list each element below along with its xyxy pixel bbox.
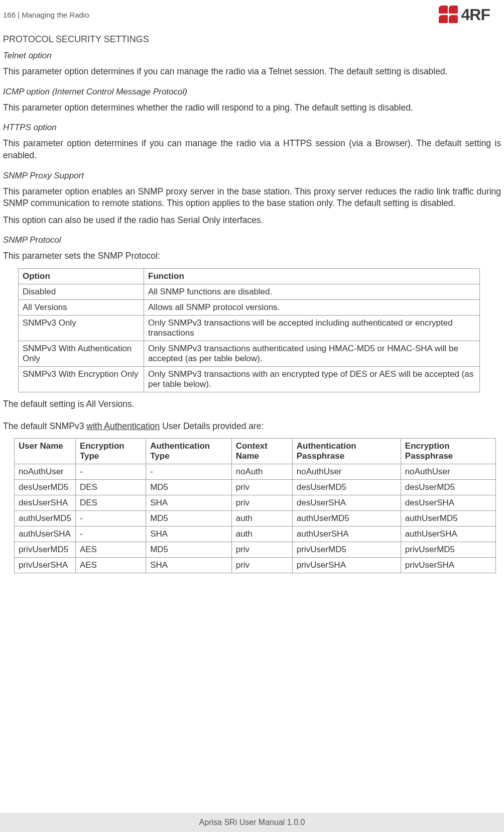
brand-logo: 4RF: [438, 5, 490, 24]
table-row: privUserMD5AESMD5privprivUserMD5privUser…: [15, 542, 496, 558]
table-row: SNMPv3 OnlyOnly SNMPv3 transactions will…: [19, 316, 480, 341]
snmp-protocol-heading: SNMP Protocol: [3, 235, 501, 245]
th-function: Function: [144, 269, 480, 284]
intro-post: User Details provided are:: [160, 421, 264, 431]
td-function: Allows all SNMP protocol versions.: [144, 300, 480, 316]
table-row: SNMPv3 With Authentication OnlyOnly SNMP…: [19, 341, 480, 367]
td-function: Only SNMPv3 transactions authenticated u…: [144, 341, 480, 367]
intro-link: with Authentication: [86, 421, 160, 431]
td-function: Only SNMPv3 transactions will be accepte…: [144, 316, 480, 341]
td-option: All Versions: [19, 300, 144, 316]
telnet-heading: Telnet option: [3, 51, 501, 61]
header-left: 166 | Managing the Radio: [3, 11, 89, 19]
table-row: desUserSHADESSHAprivdesUserSHAdesUserSHA: [15, 495, 496, 511]
page-content: PROTOCOL SECURITY SETTINGS Telnet option…: [0, 25, 504, 573]
telnet-text: This parameter option determines if you …: [3, 66, 501, 78]
td-function: Only SNMPv3 transactions with an encrypt…: [144, 367, 480, 392]
snmp-proxy-text2: This option can also be used if the radi…: [3, 215, 501, 227]
logo-text: 4RF: [461, 6, 490, 24]
https-heading: HTTPS option: [3, 123, 501, 133]
th-context: Context Name: [231, 439, 292, 464]
th-auth-pass: Authentication Passphrase: [292, 439, 401, 464]
table-row: DisabledAll SNMP functions are disabled.: [19, 284, 480, 300]
user-details-table: User Name Encryption Type Authentication…: [14, 438, 496, 573]
logo-icon: [438, 5, 459, 24]
th-username: User Name: [15, 439, 76, 464]
table-header-row: User Name Encryption Type Authentication…: [15, 439, 496, 464]
td-option: SNMPv3 With Encryption Only: [19, 367, 144, 392]
table-row: noAuthUser--noAuthnoAuthUsernoAuthUser: [15, 464, 496, 480]
snmp-proxy-text1: This parameter option enables an SNMP pr…: [3, 186, 501, 210]
page-footer: Aprisa SRi User Manual 1.0.0: [0, 813, 504, 832]
th-auth-type: Authentication Type: [146, 439, 232, 464]
td-option: SNMPv3 With Authentication Only: [19, 341, 144, 367]
https-text: This parameter option determines if you …: [3, 138, 501, 161]
protocol-security-title: PROTOCOL SECURITY SETTINGS: [3, 34, 501, 45]
table-row: authUserMD5-MD5authauthUserMD5authUserMD…: [15, 511, 496, 527]
page-number: 166: [3, 11, 16, 19]
table-row: desUserMD5DESMD5privdesUserMD5desUserMD5: [15, 480, 496, 495]
snmp-proxy-heading: SNMP Proxy Support: [3, 171, 501, 181]
section-name: Managing the Radio: [22, 11, 89, 19]
icmp-heading: ICMP option (Internet Control Message Pr…: [3, 87, 501, 97]
separator: |: [16, 11, 22, 19]
snmp-protocol-table: Option Function DisabledAll SNMP functio…: [18, 268, 480, 392]
user-details-intro: The default SNMPv3 with Authentication U…: [3, 421, 501, 433]
td-option: Disabled: [19, 284, 144, 300]
td-option: SNMPv3 Only: [19, 316, 144, 341]
snmp-protocol-intro: This parameter sets the SNMP Protocol:: [3, 250, 501, 262]
th-enc-pass: Encryption Passphrase: [401, 439, 495, 464]
table-header-row: Option Function: [19, 269, 480, 284]
snmp-protocol-default: The default setting is All Versions.: [3, 398, 501, 410]
table-row: authUserSHA-SHAauthauthUserSHAauthUserSH…: [15, 527, 496, 542]
th-encryption-type: Encryption Type: [75, 439, 146, 464]
td-function: All SNMP functions are disabled.: [144, 284, 480, 300]
intro-pre: The default SNMPv3: [3, 421, 86, 431]
table-row: SNMPv3 With Encryption OnlyOnly SNMPv3 t…: [19, 367, 480, 392]
table-row: All VersionsAllows all SNMP protocol ver…: [19, 300, 480, 316]
page-header: 166 | Managing the Radio 4RF: [0, 0, 504, 25]
th-option: Option: [19, 269, 144, 284]
table-row: privUserSHAAESSHAprivprivUserSHAprivUser…: [15, 558, 496, 573]
icmp-text: This parameter option determines whether…: [3, 102, 501, 114]
